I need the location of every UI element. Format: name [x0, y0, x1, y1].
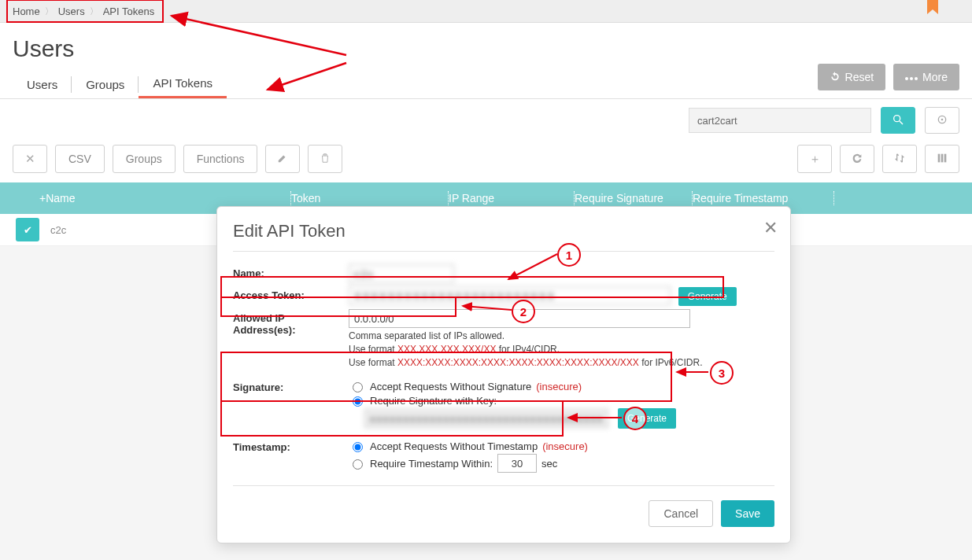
annotation-number-3: 3: [710, 361, 734, 385]
sort-icon: [893, 152, 906, 167]
check-icon: ✔: [24, 224, 32, 236]
search-button[interactable]: [881, 107, 915, 134]
close-dialog-button[interactable]: ✕: [763, 219, 778, 237]
groups-button[interactable]: Groups: [113, 145, 176, 173]
more-button[interactable]: More: [893, 64, 959, 90]
save-button[interactable]: Save: [721, 500, 774, 527]
ts-accept-radio[interactable]: [353, 442, 363, 452]
sort-button[interactable]: [882, 145, 917, 173]
annotation-number-1: 1: [557, 243, 581, 267]
dialog-title: Edit API Token: [233, 221, 774, 241]
pencil-icon: [277, 153, 288, 166]
th-name[interactable]: +Name: [16, 191, 291, 205]
svg-rect-7: [938, 153, 941, 162]
more-label: More: [922, 71, 948, 83]
trash-icon: [320, 153, 331, 166]
th-token[interactable]: Token: [291, 191, 449, 205]
target-icon: [936, 113, 948, 128]
svg-line-4: [900, 121, 903, 124]
annotation-box-2: [220, 297, 456, 317]
bookmark-icon[interactable]: [925, 0, 941, 18]
functions-button[interactable]: Functions: [183, 145, 258, 173]
svg-rect-9: [944, 153, 947, 162]
crumb-home[interactable]: Home: [13, 6, 40, 17]
chevron-right-icon: 〉: [45, 6, 54, 17]
crumb-users[interactable]: Users: [58, 6, 85, 17]
reload-button[interactable]: [840, 145, 874, 173]
reset-label: Reset: [845, 71, 874, 83]
timestamp-seconds-field[interactable]: [497, 454, 537, 473]
svg-point-6: [941, 118, 944, 120]
ts-require-radio[interactable]: [353, 459, 363, 470]
svg-rect-8: [941, 153, 944, 162]
annotation-box-1: [220, 276, 724, 298]
tab-users[interactable]: Users: [13, 72, 72, 98]
delete-button[interactable]: [308, 145, 342, 173]
add-button[interactable]: ＋: [797, 145, 832, 173]
close-selection-button[interactable]: ✕: [13, 145, 47, 173]
annotation-number-4: 4: [623, 407, 647, 430]
svg-point-0: [905, 77, 908, 80]
row-checkbox[interactable]: ✔: [16, 218, 39, 241]
columns-icon: [936, 152, 948, 167]
label-timestamp: Timestamp:: [233, 438, 349, 453]
search-icon: [892, 113, 904, 128]
row-name: c2c: [50, 224, 66, 236]
svg-point-1: [910, 77, 913, 80]
crumb-api-tokens[interactable]: API Tokens: [103, 6, 155, 17]
chevron-right-icon: 〉: [90, 6, 98, 17]
reset-button[interactable]: Reset: [818, 64, 886, 90]
th-ip[interactable]: IP Range: [449, 191, 575, 205]
page-title: Users: [13, 35, 959, 62]
edit-button[interactable]: [265, 145, 300, 173]
annotation-box-4: [220, 400, 564, 437]
target-button[interactable]: [925, 107, 959, 134]
csv-button[interactable]: CSV: [55, 145, 105, 173]
plus-icon: ＋: [809, 152, 821, 167]
ts-accept-insecure: (insecure): [542, 440, 588, 452]
svg-point-2: [915, 77, 918, 80]
search-input[interactable]: [689, 108, 871, 133]
close-icon: ✕: [25, 152, 35, 166]
ts-sec-unit: sec: [541, 458, 557, 470]
cancel-button[interactable]: Cancel: [649, 500, 713, 527]
th-sig[interactable]: Require Signature: [575, 191, 693, 205]
breadcrumb: Home 〉 Users 〉 API Tokens: [6, 0, 164, 23]
ellipsis-icon: [905, 71, 918, 83]
annotation-number-2: 2: [512, 300, 535, 323]
columns-button[interactable]: [925, 145, 959, 173]
close-icon: ✕: [763, 218, 778, 238]
th-ts[interactable]: Require Timestamp: [693, 191, 834, 205]
reload-icon: [851, 152, 863, 167]
edit-api-token-dialog: ✕ Edit API Token Name: Access Token: Gen…: [216, 206, 791, 543]
tab-api-tokens[interactable]: API Tokens: [139, 70, 227, 98]
tab-groups[interactable]: Groups: [72, 72, 139, 98]
svg-point-3: [894, 115, 900, 121]
annotation-box-3: [220, 352, 672, 402]
ts-require-label: Require Timestamp Within:: [370, 458, 493, 470]
refresh-icon: [830, 71, 841, 84]
ts-accept-label: Accept Requests Without Timestamp: [370, 440, 538, 452]
